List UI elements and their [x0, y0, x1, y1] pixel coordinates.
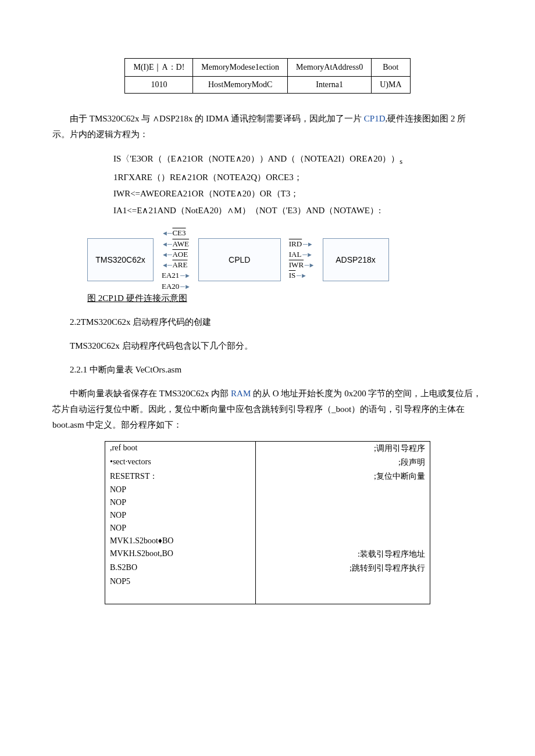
code-row: B.S2BO;跳转到引导程序执行 [105, 561, 430, 575]
equation-3: IWR<=AWEOREA21OR（NOTE∧20）OR（T3； [113, 185, 483, 202]
th-memsel: MemoryModese1ection [193, 59, 288, 77]
code-row: MVKH.S2boot,BO:装载引导程序地址 [105, 547, 430, 561]
equation-4: IA1<=E∧21AND（NotEA20）∧M）（NOT（'E3）AND（NOT… [113, 202, 483, 219]
text: 中断向量表缺省保存在 TMS320C62x 内部 [70, 389, 231, 398]
code-row: NOP [105, 483, 430, 496]
th-mode: M(I)E｜A：D! [125, 59, 193, 77]
left-signals: CE3 AWE AOE ARE EA21 EA20 [162, 229, 190, 291]
code-row: •sect·vectors;段声明 [105, 456, 430, 470]
th-memaddr: MemoryAtAddress0 [288, 59, 372, 77]
code-row: ,ref boot;调用引导程序 [105, 442, 430, 456]
text: 由于 TMS320C62x 与 ∧DSP218x 的 IDMA 通讯控制需要译码… [70, 114, 362, 123]
code-row: RESETRST：;复位中断向量 [105, 470, 430, 483]
heading-2-2: 2.2TMS320C62x 启动程序代码的创建 [52, 314, 483, 330]
code-row: NOP [105, 509, 430, 522]
code-row: NOP5 [105, 575, 430, 604]
table-row: 1010 HostMemoryModC Interna1 U)MA [125, 77, 410, 94]
equation-2: 1RΓXARE（）RE∧21OR（NOTEA2Q）ORCE3； [113, 169, 483, 186]
paragraph-intro: 由于 TMS320C62x 与 ∧DSP218x 的 IDMA 通讯控制需要译码… [52, 111, 483, 142]
equations-block: IS〈'E3OR（（E∧21OR（NOTE∧20））AND（（NOTEA2I）O… [113, 151, 483, 218]
link-ram[interactable]: RAM [231, 389, 251, 398]
td-memaddr: Interna1 [288, 77, 372, 94]
figure-caption: 图 2CP1D 硬件连接示意图 [87, 293, 483, 304]
box-cpld: CPLD [198, 238, 281, 281]
box-adsp: ADSP218x [323, 238, 389, 281]
mode-table: M(I)E｜A：D! MemoryModese1ection MemoryAtA… [124, 58, 410, 94]
link-cp1d[interactable]: CP1D [364, 114, 386, 123]
code-row: NOP [105, 496, 430, 509]
paragraph-2-2: TMS320C62x 启动程序代码包含以下几个部分。 [52, 338, 483, 354]
td-boot: U)MA [372, 77, 410, 94]
th-boot: Boot [372, 59, 410, 77]
code-row: MVK1.S2boot♦BO [105, 535, 430, 547]
equation-1: IS〈'E3OR（（E∧21OR（NOTE∧20））AND（（NOTEA2I）O… [113, 151, 483, 169]
code-row: NOP [105, 522, 430, 535]
page: M(I)E｜A：D! MemoryModese1ection MemoryAtA… [0, 0, 535, 639]
box-tms: TMS320C62x [87, 238, 154, 281]
table-row: M(I)E｜A：D! MemoryModese1ection MemoryAtA… [125, 59, 410, 77]
paragraph-2-2-1: 中断向量表缺省保存在 TMS320C62x 内部 RAM 的从 O 地址开始长度… [52, 386, 483, 433]
right-signals: IRD IAL IWR IS [289, 240, 315, 280]
code-table: ,ref boot;调用引导程序 •sect·vectors;段声明 RESET… [105, 441, 430, 604]
heading-2-2-1: 2.2.1 中断向量表 VeCtOrs.asm [52, 362, 483, 378]
hardware-diagram: TMS320C62x CE3 AWE AOE ARE EA21 EA20 CPL… [52, 229, 483, 291]
td-mode: 1010 [125, 77, 193, 94]
td-memsel: HostMemoryModC [193, 77, 288, 94]
